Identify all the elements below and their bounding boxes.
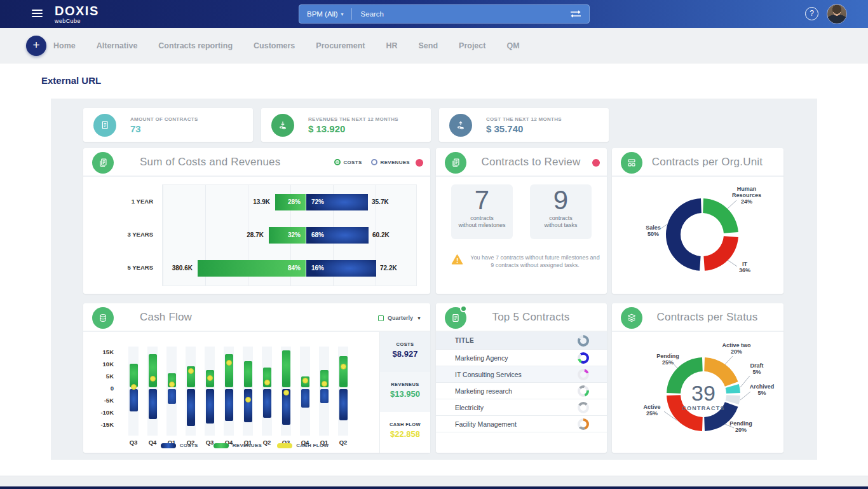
menu-icon[interactable]	[32, 10, 43, 18]
cash-flow-chart: 15K10K5K0-5K-10K-15KQ3Q4Q1Q2Q3Q4Q1Q2Q3Q4…	[83, 332, 379, 453]
cash-flow-dot[interactable]	[264, 380, 270, 385]
period-filter-dropdown[interactable]: Quarterly ▼	[378, 315, 421, 321]
legend-item-revenues[interactable]: REVENUES	[371, 159, 410, 165]
table-header-row: TITLE	[436, 332, 607, 350]
legend-item-revenues: REVENUES	[214, 443, 262, 448]
search-input[interactable]: Search	[352, 10, 570, 18]
donut-segment-label: Pending20%	[729, 420, 752, 433]
nav-item-send[interactable]: Send	[419, 41, 438, 50]
cost-bar[interactable]	[206, 389, 214, 424]
contract-row-facility-management[interactable]: Facility Management	[436, 416, 607, 432]
page-header: External URL	[0, 64, 868, 99]
bar-left-value: 28.7K	[247, 231, 264, 238]
tile-caption: without milestones	[451, 222, 513, 229]
summary-cell-reveneus: REVENEUS$13.950	[380, 372, 430, 412]
legend-label: COSTS	[344, 160, 362, 165]
footer-strip	[0, 476, 868, 486]
contract-row-marketing-research[interactable]: Marketing research	[436, 383, 607, 399]
nav-item-qm[interactable]: QM	[506, 41, 519, 50]
summary-label: COSTS	[380, 341, 430, 347]
cash-flow-dot[interactable]	[131, 384, 137, 390]
cost-bar[interactable]	[168, 389, 176, 404]
cash-flow-dot[interactable]	[188, 368, 194, 374]
cost-bar[interactable]	[339, 389, 348, 420]
nav-item-home[interactable]: Home	[53, 41, 76, 50]
cost-bar[interactable]	[320, 389, 329, 403]
progress-ring-icon	[578, 352, 589, 364]
nav-item-alternative[interactable]: Alternative	[97, 41, 138, 50]
cash-flow-dot[interactable]	[302, 378, 308, 383]
notification-dot[interactable]	[592, 159, 600, 167]
cost-bar[interactable]	[263, 389, 271, 418]
legend-radio-costs[interactable]	[334, 159, 341, 165]
donut-segment-draft[interactable]	[726, 384, 740, 394]
donut-segment-label: IT36%	[739, 261, 750, 273]
filter-sliders-icon[interactable]	[570, 9, 581, 19]
cost-bar[interactable]	[149, 389, 157, 419]
label-leader-line	[725, 356, 733, 364]
review-tile: 9contractswithout tasks	[530, 184, 592, 239]
checkbox-icon	[378, 315, 384, 321]
revenue-bar[interactable]	[244, 361, 252, 387]
legend-swatch	[214, 443, 229, 448]
legend-radio-revenues[interactable]	[371, 159, 377, 165]
revenue-bar[interactable]	[225, 354, 233, 387]
revenue-bar[interactable]	[282, 350, 290, 387]
donut-segment-label: HumanResources24%	[732, 186, 761, 205]
revenues-icon	[271, 114, 294, 137]
cost-bar[interactable]	[301, 389, 309, 408]
panel-contracts-per-orgunit: Contracts per Org.Unit HumanResources24%…	[612, 148, 783, 294]
revenue-bar[interactable]	[339, 356, 348, 387]
cash-flow-dot[interactable]	[341, 364, 346, 369]
nav-item-customers[interactable]: Customers	[254, 41, 295, 50]
add-dashboard-button[interactable]: +	[26, 36, 46, 56]
kpi-card-cost-the-next-12-months: COST THE NEXT 12 MONTHS$ 35.740	[439, 108, 609, 142]
global-search[interactable]: BPM (All) ▾ Search	[299, 4, 590, 24]
donut-segment-sales[interactable]	[666, 198, 702, 271]
kpi-value: $ 13.920	[308, 123, 398, 134]
nav-item-project[interactable]: Project	[459, 41, 485, 50]
help-icon[interactable]: ?	[805, 7, 818, 20]
panel-title: Cash Flow	[140, 311, 192, 324]
cost-bar[interactable]	[244, 389, 252, 422]
legend-item-costs[interactable]: COSTS	[334, 159, 362, 165]
summary-cell-costs: COSTS$8.927	[380, 332, 430, 372]
donut-segment-it[interactable]	[703, 236, 738, 270]
y-axis-tick: 15K	[88, 348, 114, 355]
logo-text: DOXIS	[55, 4, 99, 18]
donut-segment-label: Archived5%	[750, 383, 775, 396]
y-axis-tick: 0	[88, 385, 114, 392]
cost-bar[interactable]	[130, 389, 138, 411]
revenue-bar[interactable]	[149, 354, 157, 387]
panel-cash-flow: Cash Flow Quarterly ▼ 15K10K5K0-5K-10K-1…	[83, 303, 430, 453]
cash-flow-dot[interactable]	[226, 360, 232, 366]
cash-flow-dot[interactable]	[150, 376, 156, 382]
search-scope-dropdown[interactable]: BPM (All) ▾	[299, 10, 351, 18]
contract-row-it-consulting-services[interactable]: IT Consulting Services	[436, 366, 607, 383]
user-avatar[interactable]	[827, 4, 847, 24]
progress-ring-icon	[578, 402, 589, 413]
cost-bar[interactable]	[187, 389, 195, 426]
contract-row-electricity[interactable]: Electricity	[436, 399, 607, 416]
cash-flow-dot[interactable]	[207, 375, 213, 381]
kpi-value: 73	[130, 123, 198, 134]
cash-flow-dot[interactable]	[245, 397, 251, 403]
nav-item-hr[interactable]: HR	[386, 41, 397, 50]
cash-flow-dot[interactable]	[322, 381, 327, 387]
summary-value: $22.858	[380, 429, 430, 439]
cash-flow-dot[interactable]	[283, 390, 289, 396]
kpi-label: COST THE NEXT 12 MONTHS	[486, 116, 562, 122]
notification-dot[interactable]	[416, 159, 423, 167]
nav-bar: + HomeAlternativeContracts reportingCust…	[0, 28, 868, 64]
cost-bar[interactable]	[225, 389, 233, 421]
nav-item-contracts-reporting[interactable]: Contracts reporting	[158, 41, 233, 50]
nav-item-procurement[interactable]: Procurement	[316, 41, 365, 50]
contract-row-marketing-agency[interactable]: Marketing Agency	[436, 350, 607, 366]
cash-flow-dot[interactable]	[169, 382, 175, 387]
panel-header: Sum of Costs and Revenues COSTSREVENUES	[83, 148, 430, 177]
contract-title: Facility Management	[455, 420, 578, 428]
donut-center-value: 39	[691, 381, 715, 405]
panel-header: Contracts to Review	[436, 148, 607, 177]
layers-icon	[621, 307, 642, 329]
donut-segment-archived[interactable]	[726, 395, 740, 404]
